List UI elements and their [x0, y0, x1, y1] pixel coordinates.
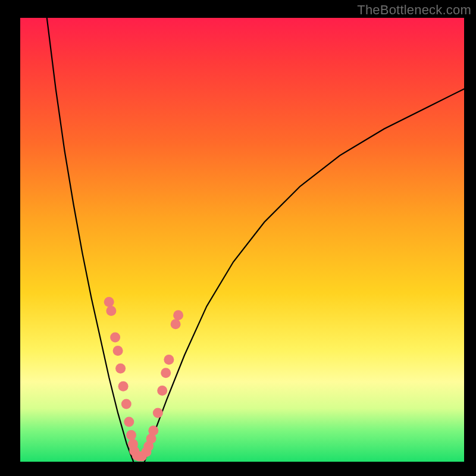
data-dot: [171, 319, 181, 329]
data-dot: [110, 333, 120, 343]
curve-left: [47, 18, 133, 462]
data-dot: [104, 297, 114, 307]
data-dot: [113, 346, 123, 356]
data-dot: [126, 430, 136, 440]
data-dot: [118, 381, 129, 392]
data-dot: [124, 416, 134, 427]
data-dot: [161, 368, 171, 378]
curve-right: [145, 89, 464, 462]
data-dot: [164, 355, 174, 365]
data-dot: [106, 306, 116, 316]
data-dot: [115, 364, 126, 374]
data-dot: [148, 425, 158, 436]
outer-frame: TheBottleneck.com: [0, 0, 476, 476]
chart-svg: [20, 18, 464, 462]
data-dots: [104, 297, 183, 462]
data-dot: [173, 310, 183, 320]
data-dot: [121, 399, 131, 409]
plot-area: [20, 18, 464, 462]
watermark-text: TheBottleneck.com: [357, 2, 471, 18]
data-dot: [157, 386, 167, 396]
data-dot: [153, 408, 163, 418]
